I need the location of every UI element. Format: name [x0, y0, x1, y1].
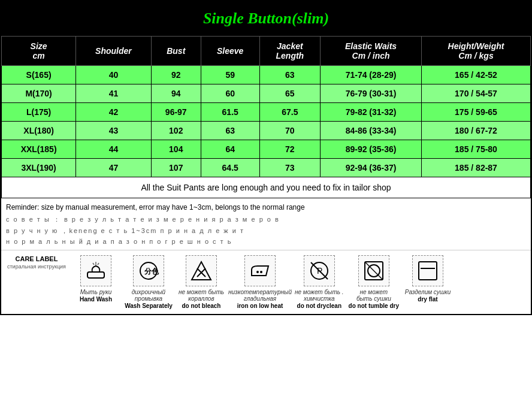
table-cell: 102	[151, 122, 201, 140]
cyrillic-line: н о р м а л ь н ы й д и а п а з о н п о …	[6, 236, 526, 247]
main-container: Single Button(slim) Sizecm Shoulder Bust…	[0, 0, 532, 315]
page-title: Single Button(slim)	[203, 10, 329, 27]
table-cell: 104	[151, 140, 201, 159]
table-cell: 71-74 (28-29)	[321, 66, 422, 84]
table-cell: 42	[76, 103, 151, 122]
col-header-elastic: Elastic WaitsCm / inch	[321, 37, 422, 66]
table-cell: 72	[259, 140, 321, 159]
table-row: XL(180)43102637084-86 (33-34)180 / 67-72	[2, 122, 531, 140]
table-cell: 44	[76, 140, 151, 159]
care-icon-label-bot: do not dryclean	[297, 303, 341, 309]
table-row: L(175)4296-9761.567.579-82 (31-32)175 / …	[2, 103, 531, 122]
table-cell: M(170)	[2, 84, 76, 103]
table-cell: 60	[201, 84, 259, 103]
table-cell: 180 / 67-72	[421, 122, 530, 140]
reminder-section: Reminder: size by manual measurement, er…	[1, 198, 531, 250]
table-cell: 92-94 (36-37)	[321, 159, 422, 177]
table-cell: 79-82 (31-32)	[321, 103, 422, 122]
table-cell: 76-79 (30-31)	[321, 84, 422, 103]
care-icon-label-top: не может бытькораллов	[179, 289, 224, 302]
table-cell: 170 / 54-57	[421, 84, 530, 103]
care-icon-label-top: не может быть .химчистка	[295, 289, 344, 302]
table-cell: 43	[76, 122, 151, 140]
table-cell: XL(180)	[2, 122, 76, 140]
care-icon-box: 分色	[133, 255, 164, 286]
table-cell: 70	[259, 122, 321, 140]
table-cell: 63	[259, 66, 321, 84]
table-row: 3XL(190)4710764.57392-94 (36-37)185 / 82…	[2, 159, 531, 177]
table-cell: L(175)	[2, 103, 76, 122]
care-icon-box	[358, 255, 389, 286]
svg-point-10	[260, 271, 262, 273]
cyrillic-line: с о в е т ы ： в р е з у л ь т а т е и з …	[6, 214, 526, 225]
col-header-sleeve: Sleeve	[201, 37, 259, 66]
table-cell: 175 / 59-65	[421, 103, 530, 122]
col-header-shoulder: Shoulder	[76, 37, 151, 66]
table-cell: 89-92 (35-36)	[321, 140, 422, 159]
svg-line-2	[93, 263, 94, 265]
care-icon-label-top: дихроичныйпромывка	[132, 289, 165, 302]
care-section: CARE LABEL стиральная инструкция Мыть ру…	[1, 250, 531, 314]
care-icon-box	[80, 255, 111, 286]
table-cell: S(165)	[2, 66, 76, 84]
table-cell: 3XL(190)	[2, 159, 76, 177]
care-icon-item: 分色дихроичныйпромывкаWash Separately	[125, 255, 173, 309]
care-icon-label-top: Мыть руки	[80, 289, 112, 295]
table-cell: 185 / 75-80	[421, 140, 530, 159]
care-icon-box	[186, 255, 217, 286]
table-cell: 94	[151, 84, 201, 103]
care-icon-box	[412, 255, 443, 286]
col-header-size: Sizecm	[2, 37, 76, 66]
care-icon-label-bot: dry flat	[418, 296, 437, 303]
table-cell: 40	[76, 66, 151, 84]
reminder-text: Reminder: size by manual measurement, er…	[6, 202, 526, 213]
care-icon-label-top: Разделим сушки	[405, 289, 451, 295]
table-cell: 84-86 (33-34)	[321, 122, 422, 140]
table-cell: 185 / 82-87	[421, 159, 530, 177]
care-label-col: CARE LABEL стиральная инструкция	[7, 255, 66, 270]
col-header-hw: Height/WeightCm / kgs	[421, 37, 530, 66]
pants-note: All the Suit Pants are long enough and y…	[1, 177, 531, 198]
care-label-subtitle: стиральная инструкция	[7, 264, 66, 270]
table-cell: 96-97	[151, 103, 201, 122]
care-icon-item: Мыть рукиHand Wash	[72, 255, 120, 303]
care-icon-item: не может бытькоралловdo not bleach	[177, 255, 225, 309]
svg-rect-0	[87, 272, 104, 278]
table-cell: 165 / 42-52	[421, 66, 530, 84]
table-cell: 65	[259, 84, 321, 103]
table-cell: 64	[201, 140, 259, 159]
care-icon-box: P	[304, 255, 335, 286]
table-cell: 107	[151, 159, 201, 177]
col-header-bust: Bust	[151, 37, 201, 66]
care-icon-label-top: не можетбыть сушки	[356, 289, 391, 302]
care-icon-label-bot: Hand Wash	[80, 296, 112, 303]
table-cell: 47	[76, 159, 151, 177]
col-header-jacket: JacketLength	[259, 37, 321, 66]
table-cell: 41	[76, 84, 151, 103]
table-cell: 73	[259, 159, 321, 177]
care-icon-label-bot: do not tumble dry	[349, 303, 399, 309]
table-cell: 67.5	[259, 103, 321, 122]
care-icon-box	[244, 255, 276, 286]
care-icon-label-bot: Wash Separately	[125, 303, 173, 309]
svg-point-9	[256, 271, 259, 273]
table-cell: 63	[201, 122, 259, 140]
care-icon-item: Разделим сушкиdry flat	[404, 255, 452, 303]
table-header-row: Sizecm Shoulder Bust Sleeve JacketLength…	[2, 37, 531, 66]
care-icon-item: Pне может быть .химчисткаdo not dryclean	[295, 255, 344, 309]
svg-line-3	[98, 263, 99, 265]
cyrillic-container: с о в е т ы ： в р е з у л ь т а т е и з …	[6, 214, 526, 247]
care-icon-item: не можетбыть сушкиdo not tumble dry	[349, 255, 399, 309]
table-cell: XXL(185)	[2, 140, 76, 159]
care-label-title: CARE LABEL	[16, 255, 58, 262]
svg-rect-17	[419, 262, 437, 280]
table-cell: 59	[201, 66, 259, 84]
table-cell: 61.5	[201, 103, 259, 122]
table-cell: 64.5	[201, 159, 259, 177]
table-row: XXL(185)44104647289-92 (35-36)185 / 75-8…	[2, 140, 531, 159]
svg-text:分色: 分色	[144, 267, 159, 276]
care-icon-item: низкотемпературныйгладильнаяiron on low …	[230, 255, 290, 309]
care-icon-label-bot: iron on low heat	[237, 303, 283, 309]
table-row: S(165)4092596371-74 (28-29)165 / 42-52	[2, 66, 531, 84]
care-icon-label-top: низкотемпературныйгладильная	[228, 289, 292, 302]
